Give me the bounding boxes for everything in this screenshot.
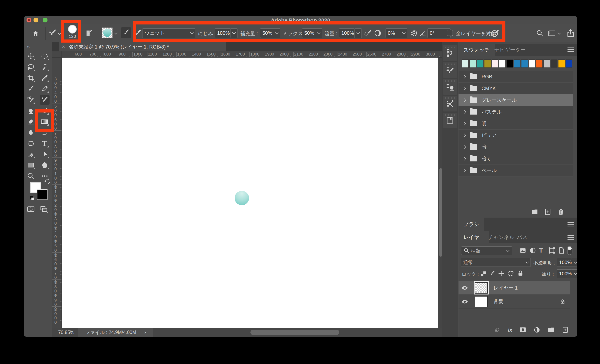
color-swatch[interactable] xyxy=(499,59,506,68)
mixer-brush-tool[interactable] xyxy=(40,95,50,105)
filter-toggle-switch[interactable] xyxy=(567,246,572,255)
color-swatch[interactable] xyxy=(551,59,557,68)
quick-selection-tool[interactable] xyxy=(40,63,49,72)
ruler-origin-corner[interactable] xyxy=(52,51,62,57)
workspace-chevron-icon[interactable] xyxy=(558,32,560,35)
new-swatch-group-icon[interactable] xyxy=(531,208,538,215)
color-swatch[interactable] xyxy=(536,59,543,68)
swatch-group-ピュア[interactable]: ピュア xyxy=(459,130,573,141)
group-chevron-icon[interactable] xyxy=(463,110,466,114)
color-swatch[interactable] xyxy=(514,59,520,68)
lock-transparency-icon[interactable] xyxy=(480,271,487,277)
swatch-group-ペール[interactable]: ペール xyxy=(459,165,573,177)
lock-all-icon[interactable] xyxy=(517,270,524,276)
workspace-icon[interactable] xyxy=(548,29,556,37)
filter-adjustment-layers-icon[interactable] xyxy=(529,247,536,254)
swatch-group-暗く[interactable]: 暗く xyxy=(459,153,573,165)
tool-presets-panel-button[interactable] xyxy=(443,96,457,112)
layers-menu-icon[interactable] xyxy=(568,237,574,238)
zoom-level-field[interactable]: 70.85% xyxy=(58,330,74,335)
status-chevron-icon[interactable]: › xyxy=(144,330,146,335)
path-selection-tool[interactable] xyxy=(40,150,49,159)
layer-row-2[interactable]: 背景 xyxy=(459,295,570,308)
layer1-visibility-eye-icon[interactable] xyxy=(459,281,471,295)
screen-mode-button[interactable] xyxy=(39,205,48,214)
filter-pixel-layers-icon[interactable] xyxy=(519,247,526,254)
fill-input[interactable]: 100% xyxy=(557,269,572,278)
color-swatch[interactable] xyxy=(529,59,535,68)
color-swatch[interactable] xyxy=(506,59,513,68)
layer2-name[interactable]: 背景 xyxy=(494,299,503,305)
layer-filter-search[interactable]: 種類 xyxy=(461,246,512,255)
swatch-group-グレースケール[interactable]: グレースケール xyxy=(459,94,573,106)
clone-source-panel-button[interactable] xyxy=(443,79,457,95)
color-swatch[interactable] xyxy=(469,59,476,68)
mixer-brush-tool-icon[interactable] xyxy=(48,29,57,38)
delete-layer-icon[interactable] xyxy=(576,326,577,333)
filter-type-layers-icon[interactable]: T xyxy=(539,247,543,254)
document-tab[interactable]: × 名称未設定 1 @ 70.9% (レイヤー 1, RGB/8) * xyxy=(59,42,226,51)
opacity-chevron[interactable] xyxy=(572,258,577,267)
hand-tool[interactable] xyxy=(40,161,49,170)
tool-preset-chevron-icon[interactable] xyxy=(58,32,61,35)
zoom-tool[interactable] xyxy=(26,171,35,181)
canvas[interactable] xyxy=(62,57,438,328)
brushes-menu-icon[interactable] xyxy=(568,224,574,224)
filter-smart-objects-icon[interactable] xyxy=(558,247,565,254)
lasso-tool[interactable] xyxy=(26,63,35,72)
brush-settings-panel-button[interactable] xyxy=(443,62,457,78)
group-chevron-icon[interactable] xyxy=(463,145,466,149)
layer1-thumbnail[interactable] xyxy=(475,282,488,293)
group-chevron-icon[interactable] xyxy=(463,169,466,172)
brush-tool[interactable] xyxy=(26,84,35,93)
vertical-ruler[interactable]: 3004005006007008009001000110012001300140… xyxy=(52,57,62,328)
default-colors-icon[interactable] xyxy=(29,196,35,201)
layer-style-fx-icon[interactable]: fx xyxy=(508,327,512,333)
swatch-group-RGB[interactable]: RGB xyxy=(459,71,573,83)
close-document-icon[interactable]: × xyxy=(62,44,65,50)
delete-swatch-icon[interactable] xyxy=(557,208,565,215)
search-icon[interactable] xyxy=(536,29,544,37)
filter-shape-layers-icon[interactable] xyxy=(548,247,555,254)
quick-mask-button[interactable] xyxy=(26,205,35,214)
history-panel-button[interactable] xyxy=(443,45,457,61)
group-chevron-icon[interactable] xyxy=(463,157,466,161)
tab-brushes[interactable]: ブラシ xyxy=(459,218,484,231)
swatch-group-暗[interactable]: 暗 xyxy=(459,141,573,153)
opacity-input[interactable]: 100% xyxy=(557,258,572,267)
new-swatch-icon[interactable] xyxy=(544,208,552,215)
tab-navigator[interactable]: ナビゲーター xyxy=(489,44,531,56)
color-swatch[interactable] xyxy=(462,59,469,68)
history-brush-tool[interactable] xyxy=(26,95,35,104)
layer1-name[interactable]: レイヤー 1 xyxy=(494,285,518,291)
horizontal-scrollbar[interactable] xyxy=(250,330,339,335)
new-group-icon[interactable] xyxy=(547,326,555,334)
add-layer-mask-icon[interactable] xyxy=(519,326,526,333)
current-brush-load-swatch[interactable] xyxy=(102,28,112,38)
link-layers-icon[interactable] xyxy=(494,326,501,334)
color-swatch[interactable] xyxy=(558,59,565,68)
swatch-group-明[interactable]: 明 xyxy=(459,118,573,130)
swatch-group-パステル[interactable]: パステル xyxy=(459,106,573,118)
color-swatch[interactable] xyxy=(477,59,483,68)
color-swatch[interactable] xyxy=(521,59,528,68)
color-swatch[interactable] xyxy=(484,59,491,68)
lock-pixels-icon[interactable] xyxy=(489,270,496,277)
group-chevron-icon[interactable] xyxy=(463,122,466,125)
group-chevron-icon[interactable] xyxy=(463,87,466,90)
load-brush-after-stroke-button[interactable] xyxy=(121,27,131,38)
libraries-panel-button[interactable] xyxy=(443,113,457,128)
tab-paths[interactable]: パス xyxy=(512,231,532,243)
color-swatch[interactable] xyxy=(492,59,498,68)
new-layer-icon[interactable] xyxy=(562,326,569,333)
group-chevron-icon[interactable] xyxy=(463,134,466,137)
layer2-thumbnail[interactable] xyxy=(475,296,488,307)
crop-tool[interactable] xyxy=(26,74,35,83)
pencil-tool[interactable] xyxy=(40,84,49,93)
type-tool[interactable] xyxy=(40,139,49,148)
brush-load-chevron-icon[interactable] xyxy=(115,32,117,35)
eyedropper-tool[interactable] xyxy=(40,74,49,83)
home-icon[interactable] xyxy=(32,30,39,37)
rectangle-tool[interactable] xyxy=(26,161,35,170)
pen-tool[interactable] xyxy=(26,150,35,159)
